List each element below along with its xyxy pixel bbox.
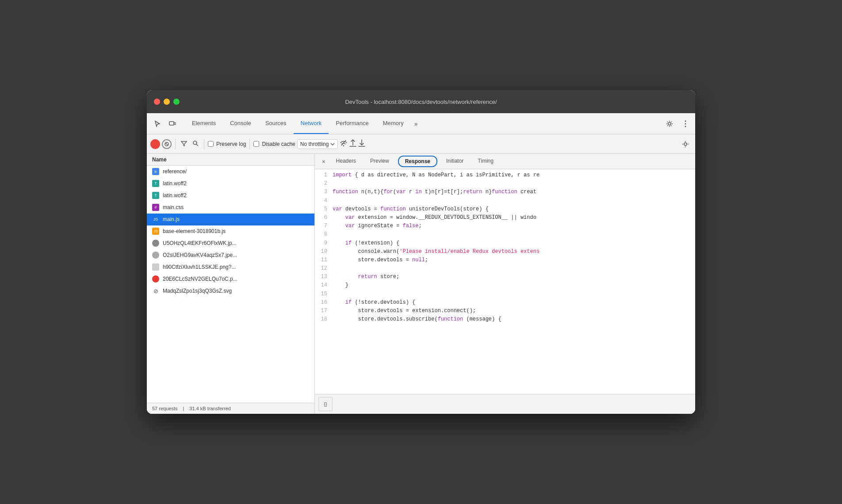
svg-icon: ⊘ <box>152 287 159 294</box>
tab-sources[interactable]: Sources <box>258 113 294 134</box>
maximize-button[interactable] <box>173 99 180 105</box>
svg-line-6 <box>165 143 168 145</box>
toolbar-right <box>679 138 692 150</box>
tool-icons <box>150 117 180 131</box>
list-item[interactable]: ⊘ MadqZslZpo1sj3qQ3GsZ.svg <box>147 285 314 297</box>
throttling-select[interactable]: No throttling <box>297 139 338 149</box>
settings-icon[interactable] <box>663 118 676 130</box>
list-item[interactable]: U5OHzQL4tEKFr6OFlxWK.jp... <box>147 237 314 249</box>
code-line-7: 7 var ignoreState = false; <box>315 222 695 230</box>
font-icon: T <box>152 192 159 199</box>
png-icon <box>152 263 159 271</box>
css-icon: # <box>152 204 159 211</box>
list-item-selected[interactable]: JS main.js <box>147 214 314 225</box>
code-line-5: 5 var devtools = function unistoreDevToo… <box>315 205 695 214</box>
js2-icon: JS <box>152 228 159 235</box>
code-line-12: 12 <box>315 264 695 273</box>
code-line-14: 14 } <box>315 281 695 290</box>
top-tabs-right <box>663 118 692 130</box>
code-line-13: 13 return store; <box>315 273 695 281</box>
window-title: DevTools - localhost:8080/docs/devtools/… <box>345 99 497 105</box>
download-icon[interactable] <box>358 139 365 149</box>
device-toggle-icon[interactable] <box>165 117 180 131</box>
tab-headers[interactable]: Headers <box>329 154 363 168</box>
code-line-15: 15 <box>315 290 695 298</box>
more-tabs-button[interactable]: » <box>411 120 421 127</box>
search-icon[interactable] <box>191 138 200 149</box>
footer-separator: | <box>183 406 184 411</box>
response-panel: × Headers Preview Response Initiator <box>315 154 695 414</box>
list-item[interactable]: ≡ reference/ <box>147 166 314 178</box>
code-line-4: 4 <box>315 197 695 205</box>
red-icon <box>152 275 159 283</box>
js-icon: JS <box>152 216 159 223</box>
upload-icon[interactable] <box>349 139 356 149</box>
tab-network[interactable]: Network <box>294 113 329 134</box>
tab-response[interactable]: Response <box>398 156 437 167</box>
tab-timing[interactable]: Timing <box>471 154 501 168</box>
minimize-button[interactable] <box>164 99 170 105</box>
list-item[interactable]: h90CtfziXluvh1LSSKJE.png?... <box>147 261 314 273</box>
code-line-6: 6 var extension = window.__REDUX_DEVTOOL… <box>315 214 695 222</box>
tab-initiator[interactable]: Initiator <box>439 154 471 168</box>
list-item[interactable]: O2slJEHG9avKV4aqzSx7.jpe... <box>147 249 314 261</box>
list-item[interactable]: T latin.woff2 <box>147 190 314 202</box>
close-panel-button[interactable]: × <box>318 155 329 168</box>
code-line-16: 16 if (!store.devtools) { <box>315 298 695 307</box>
devtools-container: Elements Console Sources Network Perform… <box>147 113 695 414</box>
list-item[interactable]: JS base-element-3018901b.js <box>147 225 314 237</box>
list-item[interactable]: 20E6CLcSzNV2GELQu7oC.p... <box>147 273 314 285</box>
tab-elements[interactable]: Elements <box>185 113 223 134</box>
titlebar: DevTools - localhost:8080/docs/devtools/… <box>147 90 695 113</box>
stop-button[interactable] <box>162 139 172 149</box>
tab-preview[interactable]: Preview <box>363 154 396 168</box>
traffic-lights <box>154 99 180 105</box>
code-line-9: 9 if (!extension) { <box>315 239 695 248</box>
list-item[interactable]: T latin.woff2 <box>147 178 314 190</box>
format-button[interactable]: {} <box>318 397 333 411</box>
jpg-icon2 <box>152 252 159 259</box>
preserve-log-checkbox[interactable]: Preserve log <box>208 141 246 147</box>
code-line-11: 11 store.devtools = null; <box>315 256 695 264</box>
tab-performance[interactable]: Performance <box>329 113 375 134</box>
code-line-1: 1 import { d as directive, N as NodePart… <box>315 171 695 179</box>
code-line-10: 10 console.warn('Please install/enable R… <box>315 248 695 256</box>
tab-console[interactable]: Console <box>223 113 258 134</box>
wifi-icon <box>340 140 348 148</box>
separator-1 <box>175 139 176 149</box>
font-icon: T <box>152 180 159 187</box>
cursor-icon[interactable] <box>150 117 165 131</box>
separator-3 <box>249 139 250 149</box>
jpg-icon <box>152 240 159 247</box>
tabs-list: Elements Console Sources Network Perform… <box>185 113 663 134</box>
code-line-18: 18 store.devtools.subscribe(function (me… <box>315 315 695 324</box>
code-line-17: 17 store.devtools = extension.connect(); <box>315 307 695 315</box>
file-list-header: Name <box>147 154 314 166</box>
record-button[interactable] <box>150 139 160 149</box>
filter-icon[interactable] <box>179 139 189 149</box>
tab-memory[interactable]: Memory <box>376 113 411 134</box>
code-line-2: 2 <box>315 179 695 188</box>
list-item[interactable]: # main.css <box>147 202 314 214</box>
file-list-panel: Name ≡ reference/ T latin.woff2 T latin.… <box>147 154 315 414</box>
toolbar-settings-icon[interactable] <box>679 138 692 150</box>
svg-line-9 <box>341 140 346 145</box>
svg-line-8 <box>196 144 198 146</box>
svg-rect-0 <box>169 122 174 125</box>
doc-icon: ≡ <box>152 168 159 175</box>
file-list-footer: 57 requests | 31.4 kB transferred <box>147 403 314 414</box>
network-toolbar: Preserve log Disable cache No throttling <box>147 134 695 154</box>
code-line-8: 8 <box>315 230 695 239</box>
devtools-window: DevTools - localhost:8080/docs/devtools/… <box>147 90 695 414</box>
code-view: 1 import { d as directive, N as NodePart… <box>315 169 695 394</box>
svg-rect-1 <box>174 122 176 125</box>
close-button[interactable] <box>154 99 160 105</box>
file-list: ≡ reference/ T latin.woff2 T latin.woff2… <box>147 166 314 403</box>
more-options-icon[interactable] <box>679 118 692 130</box>
disable-cache-checkbox[interactable]: Disable cache <box>253 141 295 147</box>
format-bar: {} <box>315 394 695 414</box>
svg-point-7 <box>193 141 197 145</box>
svg-point-4 <box>685 126 686 127</box>
svg-point-2 <box>685 120 686 122</box>
response-tabs: × Headers Preview Response Initiator <box>315 154 695 169</box>
